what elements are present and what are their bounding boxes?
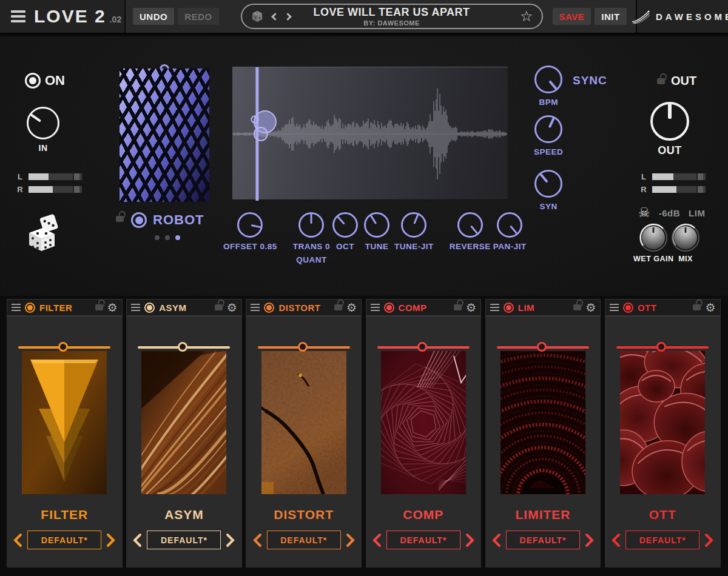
knob-label: PAN-JIT [493,242,527,251]
module-lock-icon[interactable] [454,304,462,310]
favorite-star-icon[interactable]: ☆ [520,9,533,24]
module-next-preset-icon[interactable] [346,533,356,548]
oct-knob[interactable] [332,212,358,238]
module-gear-icon[interactable]: ⚙ [346,302,357,313]
save-button[interactable]: SAVE [553,8,592,25]
module-macro-slider[interactable] [258,342,350,352]
module-gear-icon[interactable]: ⚙ [227,302,237,313]
mix-knob[interactable]: MIX [673,226,698,263]
module-preset-box[interactable]: DEFAULT* [506,531,580,549]
module-power-led[interactable] [623,303,633,313]
syn-knob[interactable] [534,170,562,198]
module-menu-icon[interactable] [131,304,140,312]
module-lock-icon[interactable] [334,304,342,310]
module-next-preset-icon[interactable] [106,533,116,548]
module-texture [22,351,107,494]
module-ott: OTT ⚙ OTT DEFAULT* [604,298,721,568]
module-prev-preset-icon[interactable] [491,533,501,548]
out-knob[interactable] [650,102,689,141]
module-power-led[interactable] [504,303,514,313]
module-slider-handle[interactable] [58,342,68,352]
module-lock-icon[interactable] [573,304,581,310]
robot-page-dot[interactable] [175,235,180,240]
module-prev-preset-icon[interactable] [372,533,382,548]
module-preset-box[interactable]: DEFAULT* [27,531,101,549]
module-menu-icon[interactable] [251,304,260,312]
robot-page-dot[interactable] [155,235,160,240]
power-toggle[interactable]: ON [25,73,65,89]
sync-knob-column: BPMSPEEDSYN [534,65,563,211]
module-preset-box[interactable]: DEFAULT* [147,531,221,549]
module-slider-handle[interactable] [178,342,187,352]
randomize-dice-icon[interactable] [24,213,62,252]
module-power-led[interactable] [384,303,394,313]
logo-section: LOVE 2 .02 [0,0,126,33]
module-menu-icon[interactable] [12,304,21,312]
module-prev-preset-icon[interactable] [252,533,262,548]
bpm-knob[interactable] [534,65,562,93]
module-slider-handle[interactable] [537,342,547,352]
module-lock-icon[interactable] [693,304,701,310]
module-gear-icon[interactable]: ⚙ [705,302,715,313]
module-power-led[interactable] [144,303,155,313]
top-bar: LOVE 2 .02 UNDO REDO ? ? ? LOVE WILL TEA… [0,0,728,35]
module-menu-icon[interactable] [610,304,619,312]
skull-icon[interactable]: ☠ [638,206,650,219]
module-macro-slider[interactable] [138,342,230,352]
pan-jit-knob[interactable] [497,212,522,238]
module-preset-box[interactable]: DEFAULT* [267,531,341,549]
module-power-led[interactable] [25,303,35,313]
module-gear-icon[interactable]: ⚙ [107,302,118,313]
module-macro-slider[interactable] [497,342,589,352]
module-prev-preset-icon[interactable] [132,533,142,548]
module-next-preset-icon[interactable] [585,533,595,548]
random-preset-dice-icon[interactable]: ? ? ? [251,10,264,23]
in-knob[interactable] [27,107,59,139]
wet-gain-knob[interactable]: WET GAIN [633,226,674,263]
reverse-knob[interactable] [457,212,483,238]
robot-lock-icon[interactable] [116,216,124,222]
module-macro-slider[interactable] [18,342,110,352]
init-button[interactable]: INIT [595,8,626,25]
module-macro-slider[interactable] [377,342,470,352]
module-menu-icon[interactable] [371,304,380,312]
module-next-preset-icon[interactable] [465,533,475,548]
module-preset-box[interactable]: DEFAULT* [625,531,699,549]
menu-icon[interactable] [11,10,25,22]
out-lock-icon[interactable] [657,78,665,84]
module-slider-handle[interactable] [656,342,666,352]
module-lock-icon[interactable] [95,304,103,310]
module-macro-slider[interactable] [616,342,709,352]
waveform-display[interactable] [232,67,508,200]
tune-knob[interactable] [364,212,389,238]
module-name: DISTORT [274,507,334,522]
undo-button[interactable]: UNDO [133,8,174,25]
module-lock-icon[interactable] [215,304,223,310]
module-power-led[interactable] [264,303,274,313]
speed-knob[interactable] [534,115,562,143]
module-slider-handle[interactable] [417,342,427,352]
out-top-label: OUT [671,74,696,88]
module-slider-handle[interactable] [298,342,308,352]
module-gear-icon[interactable]: ⚙ [585,302,596,313]
preset-browser[interactable]: ? ? ? LOVE WILL TEAR US APART BY: DAWESO… [241,4,543,29]
lim-label[interactable]: LIM [689,208,705,218]
redo-button[interactable]: REDO [178,8,218,25]
next-preset-icon[interactable] [284,13,292,21]
module-prev-preset-icon[interactable] [13,533,22,548]
robot-toggle[interactable]: ROBOT [131,212,204,228]
trans-knob[interactable] [298,212,324,238]
knob-label: REVERSE [450,242,491,251]
offset-knob[interactable] [237,212,263,238]
tune-jit-knob[interactable] [401,212,426,238]
robot-label: ROBOT [153,212,204,228]
module-prev-preset-icon[interactable] [611,533,621,548]
module-menu-icon[interactable] [490,304,499,312]
module-next-preset-icon[interactable] [226,533,235,548]
module-next-preset-icon[interactable] [704,533,714,548]
module-gear-icon[interactable]: ⚙ [466,302,476,313]
module-preset-box[interactable]: DEFAULT* [386,531,460,549]
input-meters: LR [17,172,83,198]
robot-page-dot[interactable] [165,235,170,240]
prev-preset-icon[interactable] [271,13,279,21]
